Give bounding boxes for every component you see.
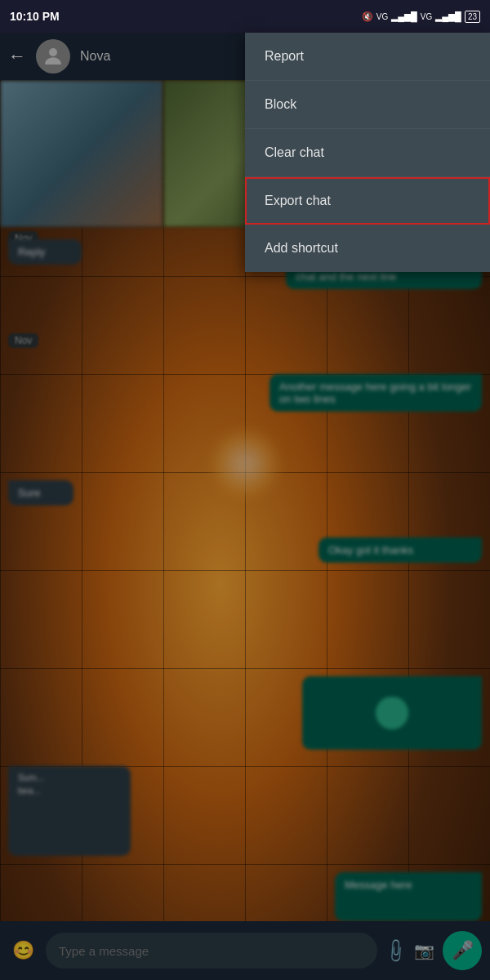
- export-chat-label: Export chat: [265, 194, 331, 208]
- status-bar: 10:10 PM 🔇 VG ▂▄▆█ VG ▂▄▆█ 23: [0, 0, 490, 33]
- block-label: Block: [265, 97, 296, 112]
- status-time: 10:10 PM: [10, 10, 60, 23]
- add-shortcut-label: Add shortcut: [265, 241, 338, 256]
- mute-icon: 🔇: [362, 11, 373, 22]
- menu-item-add-shortcut[interactable]: Add shortcut: [245, 225, 490, 272]
- dropdown-menu: Report Block Clear chat Export chat Add …: [245, 33, 490, 272]
- signal-bars-1: ▂▄▆█: [391, 11, 417, 22]
- signal-bars-2: ▂▄▆█: [435, 11, 461, 22]
- status-icons: 🔇 VG ▂▄▆█ VG ▂▄▆█ 23: [362, 11, 480, 23]
- signal-icon-2: VG: [421, 12, 432, 21]
- report-label: Report: [265, 49, 304, 64]
- menu-item-clear-chat[interactable]: Clear chat: [245, 129, 490, 177]
- menu-item-block[interactable]: Block: [245, 81, 490, 129]
- signal-icon: VG: [376, 12, 388, 21]
- menu-item-export-chat[interactable]: Export chat: [245, 177, 490, 225]
- battery-icon: 23: [465, 11, 480, 23]
- clear-chat-label: Clear chat: [265, 145, 324, 160]
- menu-item-report[interactable]: Report: [245, 33, 490, 81]
